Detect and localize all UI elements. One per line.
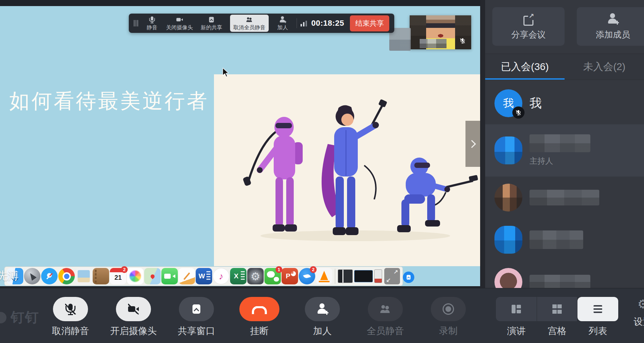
excel-icon[interactable]: X	[230, 268, 247, 284]
dingtalk-share-bubble[interactable]	[403, 272, 414, 283]
wechat-icon[interactable]: 1	[264, 268, 281, 284]
self-video-thumbnail[interactable]	[410, 15, 471, 49]
divider	[297, 18, 297, 28]
floating-share-toolbar: 静音关闭摄像头新的共享取消全员静音加人 00:18:25 结束共享	[129, 14, 394, 33]
bottom-button-people-mute[interactable]: 全员静音	[360, 297, 411, 337]
dingtalk-watermark: 钉钉	[0, 308, 39, 327]
toolbar-button-microphone[interactable]: 静音	[146, 15, 158, 31]
safari-icon[interactable]	[41, 268, 58, 284]
bottom-button-mic-off[interactable]: 取消静音	[45, 297, 96, 337]
blurred-participant-name	[530, 134, 590, 152]
bottom-button-label: 全员静音	[367, 325, 404, 337]
participant-row[interactable]: 我我	[485, 82, 644, 124]
expand-fullscreen-icon[interactable]: ↗↙	[384, 268, 400, 284]
bottom-button-phone-down[interactable]: 挂断	[234, 297, 285, 337]
itunes-icon[interactable]	[213, 268, 229, 284]
preview-icon[interactable]	[75, 268, 92, 284]
people-mute-icon	[243, 15, 255, 24]
next-slide-button[interactable]	[465, 121, 480, 167]
settings-button[interactable]: 设置	[630, 298, 644, 328]
participant-avatar	[494, 226, 522, 254]
sidebar-actions: 分享会议 添加成员	[492, 7, 644, 46]
photos-icon[interactable]	[127, 268, 143, 284]
screen-share-area: 如何看待最美逆行者	[0, 0, 480, 288]
pages-icon[interactable]	[179, 268, 195, 284]
participant-row[interactable]	[485, 219, 644, 261]
facetime-icon[interactable]	[161, 268, 178, 284]
bottom-button-label: 取消静音	[52, 325, 89, 337]
participant-row[interactable]	[485, 261, 644, 288]
panel-divider	[480, 0, 485, 288]
minimized-window-thumbnail[interactable]	[374, 269, 382, 283]
contacts-icon[interactable]	[93, 268, 109, 284]
chrome-icon[interactable]	[58, 268, 75, 284]
notification-badge: 1	[275, 266, 282, 273]
view-mode-list[interactable]: 列表	[577, 297, 618, 337]
gear-icon	[636, 298, 644, 311]
person-add-icon	[316, 303, 329, 315]
share-window-icon	[205, 15, 218, 24]
word-icon[interactable]: W	[196, 268, 212, 284]
view-mode-switcher: 演讲 宫格 列表	[496, 297, 618, 337]
participant-role: 主持人	[530, 156, 590, 166]
toolbar-status: 00:18:25 结束共享	[297, 15, 389, 31]
bottom-button-person-add[interactable]: 加人	[297, 297, 348, 337]
bottom-button-label: 加人	[313, 325, 332, 337]
network-signal-icon	[301, 20, 308, 26]
bottom-button-label: 共享窗口	[178, 325, 215, 337]
phone-down-icon	[253, 303, 266, 315]
mic-muted-badge-icon	[512, 106, 525, 119]
bottom-button-share-window[interactable]: 共享窗口	[171, 297, 222, 337]
dingtalk-icon[interactable]: 2	[299, 268, 315, 284]
minimized-window-thumbnail[interactable]	[354, 270, 373, 282]
calendar-icon[interactable]: 212	[110, 268, 126, 284]
launchpad-icon[interactable]	[24, 268, 40, 284]
bottom-button-label: 开启摄像头	[110, 325, 157, 337]
view-mode-speaker[interactable]: 演讲	[496, 297, 537, 337]
minimized-window-thumbnail[interactable]	[338, 269, 353, 283]
bottom-button-label: 录制	[439, 325, 458, 337]
toolbar-button-label: 加人	[277, 24, 288, 31]
toolbar-button-camera[interactable]: 关闭摄像头	[166, 15, 193, 31]
toolbar-button-people-mute[interactable]: 取消全员静音	[230, 15, 269, 32]
person-add-icon	[277, 15, 289, 24]
share-window-icon	[405, 274, 412, 280]
maps-icon[interactable]	[144, 268, 161, 284]
toolbar-button-label: 关闭摄像头	[166, 24, 193, 31]
tab-not-joined[interactable]: 未入会(2)	[565, 54, 644, 80]
vlc-icon[interactable]	[316, 268, 332, 284]
participant-avatar: 我	[494, 89, 522, 117]
control-buttons: 取消静音开启摄像头共享窗口挂断加人全员静音录制	[45, 297, 474, 337]
toolbar-button-label: 取消全员静音	[233, 24, 265, 31]
participant-avatar	[494, 136, 522, 164]
participant-avatar	[494, 268, 522, 288]
meeting-timer: 00:18:25	[311, 19, 344, 28]
bottom-button-label: 挂断	[250, 325, 269, 337]
mic-off-icon	[64, 303, 77, 315]
microphone-icon	[146, 15, 158, 24]
dock-separator	[335, 269, 335, 284]
blurred-participant-name	[530, 230, 583, 249]
toolbar-button-share-window[interactable]: 新的共享	[201, 15, 222, 31]
camera-off-icon	[127, 303, 140, 315]
dock-icon-list: 212WX1P2	[7, 268, 332, 284]
notification-badge: 2	[121, 266, 128, 273]
bottom-button-camera-off[interactable]: 开启摄像头	[108, 297, 159, 337]
participant-row[interactable]	[485, 177, 644, 219]
participant-row[interactable]: 主持人	[485, 124, 644, 177]
powerpoint-icon[interactable]: P	[282, 268, 298, 284]
drag-handle-icon[interactable]	[134, 20, 138, 26]
mouse-cursor	[222, 68, 230, 77]
add-member-button[interactable]: 添加成员	[577, 7, 644, 46]
system-preferences-icon[interactable]	[247, 268, 264, 284]
blurred-participant-name	[530, 190, 599, 205]
view-mode-grid[interactable]: 宫格	[537, 297, 577, 337]
bottom-button-record[interactable]: 录制	[423, 297, 474, 337]
notification-badge: 2	[310, 266, 317, 273]
participants-tabs: 已入会(36) 未入会(2)	[485, 54, 644, 80]
tab-joined[interactable]: 已入会(36)	[485, 54, 565, 80]
layout-grid-icon	[551, 303, 564, 315]
toolbar-button-person-add[interactable]: 加人	[277, 15, 289, 31]
end-share-button[interactable]: 结束共享	[350, 15, 389, 31]
share-meeting-button[interactable]: 分享会议	[492, 7, 565, 46]
